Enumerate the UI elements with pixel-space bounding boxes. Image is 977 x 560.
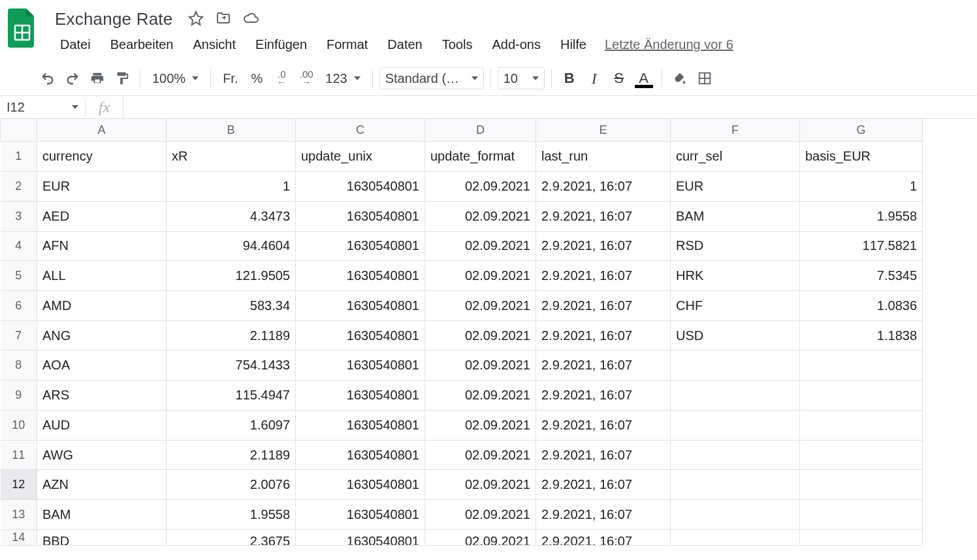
cell[interactable]: 2.9.2021, 16:07 xyxy=(536,291,671,321)
col-header-A[interactable]: A xyxy=(37,119,167,142)
sheets-logo[interactable] xyxy=(5,5,39,51)
cell[interactable]: EUR xyxy=(671,172,800,202)
cell[interactable]: 1630540801 xyxy=(296,470,425,500)
cell[interactable]: 2.3675 xyxy=(167,529,296,545)
row-header[interactable]: 1 xyxy=(1,142,37,172)
cell[interactable] xyxy=(671,500,800,530)
col-header-E[interactable]: E xyxy=(536,119,671,142)
cell[interactable]: currency xyxy=(37,142,167,172)
cell[interactable]: 1630540801 xyxy=(296,350,425,381)
spreadsheet-grid[interactable]: A B C D E F G 1currencyxRupdate_unixupda… xyxy=(0,119,977,546)
cell[interactable]: BBD xyxy=(37,529,167,545)
cell[interactable]: 2.9.2021, 16:07 xyxy=(536,529,671,545)
cell[interactable]: 94.4604 xyxy=(167,231,296,261)
row-header[interactable]: 11 xyxy=(1,440,37,470)
cell[interactable]: EUR xyxy=(37,172,167,202)
cell[interactable]: AWG xyxy=(37,440,167,470)
increase-decimal-button[interactable]: .00 → xyxy=(295,67,317,89)
menu-format[interactable]: Format xyxy=(317,35,377,55)
cell[interactable]: 1630540801 xyxy=(296,291,425,321)
cell[interactable] xyxy=(671,470,800,500)
name-box[interactable]: I12 xyxy=(0,100,85,115)
row-header[interactable]: 6 xyxy=(1,291,37,321)
menu-addons[interactable]: Add-ons xyxy=(483,35,550,55)
font-select[interactable]: Standard (… xyxy=(379,67,484,89)
cell[interactable]: 1630540801 xyxy=(296,529,425,545)
cell[interactable]: 1630540801 xyxy=(296,500,425,530)
cell[interactable]: 1630540801 xyxy=(296,320,425,350)
row-header[interactable]: 9 xyxy=(1,381,37,411)
select-all-corner[interactable] xyxy=(1,119,37,142)
cell[interactable] xyxy=(800,470,923,500)
cell[interactable]: 02.09.2021 xyxy=(425,470,536,500)
row-header[interactable]: 8 xyxy=(1,350,37,381)
cell[interactable]: 1630540801 xyxy=(296,172,425,202)
format-percent-button[interactable]: % xyxy=(246,67,268,89)
cell[interactable]: AZN xyxy=(37,470,167,500)
cell[interactable]: 2.9.2021, 16:07 xyxy=(536,320,671,350)
fill-color-button[interactable] xyxy=(669,67,691,89)
col-header-F[interactable]: F xyxy=(671,119,800,142)
cell[interactable]: AFN xyxy=(37,231,167,261)
cell[interactable]: 02.09.2021 xyxy=(425,500,536,530)
cell[interactable]: 1.0836 xyxy=(800,291,923,321)
cell[interactable]: ALL xyxy=(37,261,167,291)
cell[interactable]: update_unix xyxy=(296,142,425,172)
col-header-C[interactable]: C xyxy=(296,119,425,142)
menu-insert[interactable]: Einfügen xyxy=(246,35,316,55)
strikethrough-button[interactable]: S xyxy=(608,67,630,89)
cell[interactable]: curr_sel xyxy=(671,142,800,172)
more-formats-button[interactable]: 123 xyxy=(320,67,365,89)
cell[interactable] xyxy=(800,500,923,530)
menu-data[interactable]: Daten xyxy=(378,35,431,55)
menu-tools[interactable]: Tools xyxy=(433,35,482,55)
cell[interactable] xyxy=(671,350,800,381)
row-header[interactable]: 4 xyxy=(1,231,37,261)
borders-button[interactable] xyxy=(694,67,716,89)
cell[interactable]: 2.9.2021, 16:07 xyxy=(536,410,671,440)
row-header[interactable]: 3 xyxy=(1,201,37,231)
cell[interactable]: USD xyxy=(671,320,800,350)
cell[interactable] xyxy=(800,350,923,381)
cell[interactable]: 1.9558 xyxy=(167,500,296,530)
cell[interactable]: 2.1189 xyxy=(167,320,296,350)
cell[interactable]: 02.09.2021 xyxy=(425,381,536,411)
undo-button[interactable] xyxy=(37,67,59,89)
cell[interactable] xyxy=(800,410,923,440)
format-currency-button[interactable]: Fr. xyxy=(217,67,243,89)
italic-button[interactable]: I xyxy=(583,67,605,89)
cell[interactable]: basis_EUR xyxy=(800,142,923,172)
cell[interactable]: 2.9.2021, 16:07 xyxy=(536,201,671,231)
cell[interactable] xyxy=(671,440,800,470)
cell[interactable]: xR xyxy=(167,142,296,172)
cell[interactable]: BAM xyxy=(671,201,800,231)
cell[interactable]: 02.09.2021 xyxy=(425,172,536,202)
cell[interactable]: CHF xyxy=(671,291,800,321)
cell[interactable]: 2.9.2021, 16:07 xyxy=(536,440,671,470)
cell[interactable]: 115.4947 xyxy=(167,381,296,411)
cell[interactable] xyxy=(800,381,923,411)
cell[interactable]: 1630540801 xyxy=(296,261,425,291)
last-edit-link[interactable]: Letzte Änderung vor 6 xyxy=(605,37,733,52)
cell[interactable]: 02.09.2021 xyxy=(425,201,536,231)
cloud-status-icon[interactable] xyxy=(243,10,260,28)
cell[interactable]: 1630540801 xyxy=(296,231,425,261)
cell[interactable]: BAM xyxy=(37,500,167,530)
cell[interactable]: 2.9.2021, 16:07 xyxy=(536,172,671,202)
cell[interactable]: 4.3473 xyxy=(167,201,296,231)
cell[interactable]: ANG xyxy=(37,320,167,350)
row-header[interactable]: 10 xyxy=(1,410,37,440)
cell[interactable] xyxy=(671,381,800,411)
cell[interactable]: HRK xyxy=(671,261,800,291)
cell[interactable] xyxy=(671,529,800,545)
cell[interactable]: 121.9505 xyxy=(167,261,296,291)
menu-help[interactable]: Hilfe xyxy=(551,35,596,55)
cell[interactable]: AMD xyxy=(37,291,167,321)
bold-button[interactable]: B xyxy=(558,67,581,89)
cell[interactable] xyxy=(800,440,923,470)
cell[interactable]: 02.09.2021 xyxy=(425,350,536,381)
cell[interactable] xyxy=(800,529,923,545)
row-header[interactable]: 2 xyxy=(1,172,37,202)
redo-button[interactable] xyxy=(61,67,84,89)
row-header[interactable]: 12 xyxy=(1,470,37,500)
